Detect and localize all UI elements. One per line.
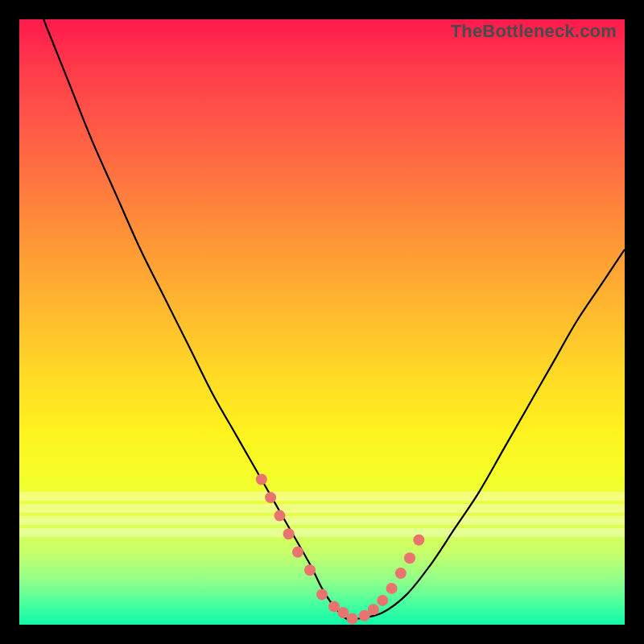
highlight-dot — [347, 613, 358, 625]
watermark-text: TheBottleneck.com — [451, 21, 617, 42]
highlight-dot — [404, 552, 415, 564]
chart-svg — [19, 19, 625, 625]
highlight-dot — [274, 510, 285, 522]
highlight-dot — [256, 474, 267, 485]
highlight-dot — [395, 568, 407, 579]
highlight-dot — [377, 595, 388, 606]
highlight-dot — [283, 528, 295, 539]
highlight-dot — [292, 547, 303, 558]
chart-frame: TheBottleneck.com — [19, 19, 625, 625]
bottleneck-curve — [43, 19, 625, 620]
highlight-dot — [304, 564, 316, 576]
highlight-dot — [368, 604, 379, 615]
highlight-dot — [386, 583, 398, 594]
highlight-dot — [413, 535, 424, 546]
highlight-dot — [265, 492, 276, 503]
highlight-dot — [316, 588, 328, 600]
